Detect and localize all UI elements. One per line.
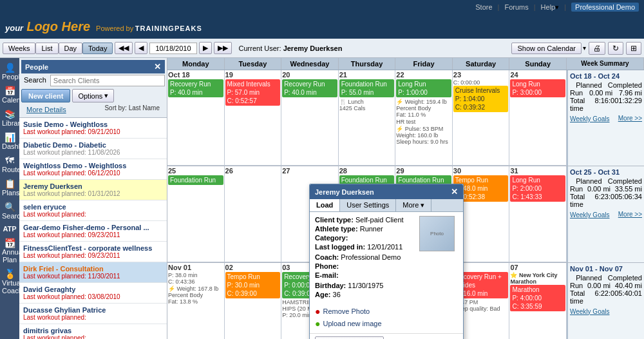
workout-block[interactable]: Recovery RunP: 40.0 min	[168, 79, 223, 97]
cal-cell-nov02[interactable]: 02 Tempo RunP: 30.0 minC: 0:39:00	[225, 263, 282, 339]
more-details-link[interactable]: More Details	[24, 104, 69, 115]
weeks-btn[interactable]: Weeks	[3, 43, 35, 54]
cal-cell-oct31[interactable]: 31 Long RunP: 2:00:00C: 1:43:33	[509, 166, 567, 262]
workout-block[interactable]: Tempo RunP: 30.0 minC: 0:39:00	[225, 272, 281, 298]
popup-tab-load[interactable]: Load	[310, 199, 340, 211]
more-chevron-icon: ▾	[421, 201, 424, 209]
app-header: your Logo Here Powered by TRAININGPEAKS	[0, 14, 644, 39]
sidebar-item-search[interactable]: 🔍 Search	[1, 200, 19, 222]
list-item[interactable]: Weightloss Demo - Weightloss Last workou…	[19, 159, 167, 180]
grid-btn[interactable]: ⊞	[626, 42, 641, 55]
popup-close-btn[interactable]: ✕	[451, 187, 458, 197]
nav-prev-btn[interactable]: ◀	[135, 42, 147, 54]
workout-block[interactable]: Foundation RunP: 55.0 min	[339, 79, 395, 97]
new-client-btn[interactable]: New client	[21, 89, 70, 102]
print-btn[interactable]: 🖨	[589, 42, 605, 55]
today-btn[interactable]: Today	[82, 43, 113, 54]
list-item-dirk[interactable]: Dirk Friel - Consultation Last workout p…	[19, 262, 167, 283]
popup-tab-more[interactable]: More ▾	[396, 199, 431, 211]
forums-link[interactable]: Forums	[504, 3, 528, 11]
show-on-calendar-btn[interactable]: Show on Calendar	[511, 43, 582, 54]
week-summary-1: Oct 18 - Oct 24 PlannedCompleted Run0.00…	[567, 70, 644, 166]
day-btn[interactable]: Day	[59, 43, 83, 54]
workout-block[interactable]: Long RunP: 2:00:00C: 1:43:33	[510, 175, 565, 202]
plans-icon: 📋	[2, 179, 17, 189]
nav-next-btn[interactable]: ▶	[199, 42, 212, 54]
client-photo: Photo	[419, 216, 455, 251]
cal-cell-oct24[interactable]: 24 Long RunP: 3:00:00	[509, 70, 567, 166]
cal-cell-oct26[interactable]: 26	[225, 166, 282, 262]
upload-icon: ●	[315, 318, 320, 329]
more-link-2[interactable]: More >>	[618, 211, 642, 218]
library-icon: 📚	[2, 109, 17, 119]
weekly-goals-link-3[interactable]: Weekly Goals	[570, 308, 610, 315]
cal-cell-oct21[interactable]: 21 Foundation RunP: 55.0 min 🍴 Lunch1425…	[339, 70, 396, 166]
cal-cell-nov07[interactable]: 07 ⭐ New York City Marathon MarathonP: 4…	[509, 263, 567, 339]
workout-block[interactable]: MarathonP: 4:00:00C: 3:35:59	[510, 285, 565, 311]
col-thursday: Thursday	[339, 58, 396, 70]
view-toggle: Weeks List Day Today	[3, 43, 113, 54]
list-item[interactable]: Jeremy Duerksen Last workout planned: 01…	[19, 180, 167, 200]
nav-last-btn[interactable]: ▶▶	[214, 42, 232, 54]
people-icon: 👤	[2, 63, 17, 73]
workout-block[interactable]: Long RunP: 3:00:00	[510, 79, 565, 97]
sidebar-item-annual-plan[interactable]: 📆 Annual Plan	[1, 236, 19, 266]
search-row: Search	[21, 73, 165, 88]
popup-photo-area: Photo	[419, 216, 458, 300]
client-list: Susie Demo - Weightloss Last workout pla…	[19, 118, 167, 339]
workout-block[interactable]: Cruise IntervalsP: 1:04:00C: 0:39:32	[453, 86, 509, 112]
sidebar-item-plans[interactable]: 📋 Plans	[1, 177, 19, 199]
cal-cell-oct18[interactable]: Oct 18 Recovery RunP: 40.0 min	[167, 70, 225, 166]
list-item[interactable]: FitnessClientTest - corporate wellness L…	[19, 242, 167, 262]
search-input[interactable]	[50, 75, 165, 86]
list-item[interactable]: Ducasse Ghylian Patrice Last workout pla…	[19, 304, 167, 324]
weekly-goals-link-2[interactable]: Weekly Goals	[570, 211, 610, 218]
workout-block[interactable]: Mixed IntervalsP: 57.0 minC: 0:52:57	[225, 79, 281, 106]
cal-cell-oct23[interactable]: 23 C: 0:00:00 Cruise IntervalsP: 1:04:00…	[453, 70, 510, 166]
sidebar-item-routes[interactable]: 🗺 Routes	[1, 153, 19, 175]
options-btn[interactable]: Options ▾	[72, 89, 114, 102]
left-nav: 👤 People 📅 Calendar 📚 Library 📊 Dashboar…	[0, 58, 19, 339]
cal-cell-nov01[interactable]: Nov 01 P: 38.0 minC: 0:43:36 ⚡ Weight: 1…	[167, 263, 225, 339]
upload-photo-action[interactable]: ● Upload new image	[315, 318, 458, 329]
list-item[interactable]: Diabetic Demo - Diabetic Last workout pl…	[19, 139, 167, 159]
pro-demo-link[interactable]: Professional Demo	[571, 3, 639, 12]
sidebar-item-atp[interactable]: ATP	[1, 223, 19, 235]
chevron-down-icon: ▾	[104, 92, 108, 100]
main-content: 👤 People 📅 Calendar 📚 Library 📊 Dashboar…	[0, 58, 644, 339]
cal-cell-oct19[interactable]: 19 Mixed IntervalsP: 57.0 minC: 0:52:57	[225, 70, 282, 166]
send-message-btn[interactable]: Send Message ✉	[315, 336, 384, 339]
sidebar-item-calendar[interactable]: 📅 Calendar	[1, 84, 19, 106]
popup-tabs: Load User Settings More ▾	[310, 199, 463, 212]
sidebar-item-virtual-coach[interactable]: 🏅 Virtual Coach	[1, 267, 19, 296]
cal-cell-oct22[interactable]: 22 Long RunP: 1:00:00 ⚡ Weight: 159.4 lb…	[395, 70, 453, 166]
workout-block[interactable]: Foundation Run	[168, 175, 223, 185]
col-saturday: Saturday	[453, 58, 510, 70]
sidebar-item-people[interactable]: 👤 People	[1, 61, 19, 82]
remove-photo-action[interactable]: ● Remove Photo	[315, 306, 458, 316]
workout-block[interactable]: Long RunP: 1:00:00	[396, 79, 451, 97]
sidebar-item-library[interactable]: 📚 Library	[1, 107, 19, 129]
list-item[interactable]: dimitris grivas Last workout planned:	[19, 324, 167, 339]
cal-cell-oct25[interactable]: 25 Foundation Run	[167, 166, 225, 262]
list-btn[interactable]: List	[35, 43, 58, 54]
sidebar-item-dashboard[interactable]: 📊 Dashboard	[1, 130, 19, 152]
nav-first-btn[interactable]: ◀◀	[115, 42, 133, 54]
popup-tab-user-settings[interactable]: User Settings	[340, 199, 396, 211]
list-item[interactable]: David Geraghty Last workout planned: 03/…	[19, 283, 167, 304]
more-link-1[interactable]: More >>	[618, 115, 642, 122]
popup-body: Client type: Self-paid Client Athlete ty…	[310, 212, 463, 304]
refresh-btn[interactable]: ↻	[608, 42, 623, 55]
workout-block[interactable]: Recovery RunP: 40.0 min	[282, 79, 337, 97]
sidebar-close-btn[interactable]: ✕	[154, 62, 161, 72]
week-summary-3: Nov 01 - Nov 07 PlannedCompleted Run0.00…	[567, 263, 644, 339]
list-item[interactable]: Gear-demo Fisher-demo - Personal ... Las…	[19, 221, 167, 242]
remove-icon: ●	[315, 306, 320, 316]
store-link[interactable]: Store	[475, 3, 492, 11]
weekly-goals-link-1[interactable]: Weekly Goals	[570, 115, 610, 122]
help-link[interactable]: Help	[541, 3, 556, 11]
cal-cell-oct20[interactable]: 20 Recovery RunP: 40.0 min	[281, 70, 339, 166]
nav-toolbar: Weeks List Day Today ◀◀ ◀ 10/18/2010 ▶ ▶…	[0, 39, 644, 58]
list-item[interactable]: selen eryuce Last workout planned:	[19, 200, 167, 221]
list-item[interactable]: Susie Demo - Weightloss Last workout pla…	[19, 118, 167, 139]
